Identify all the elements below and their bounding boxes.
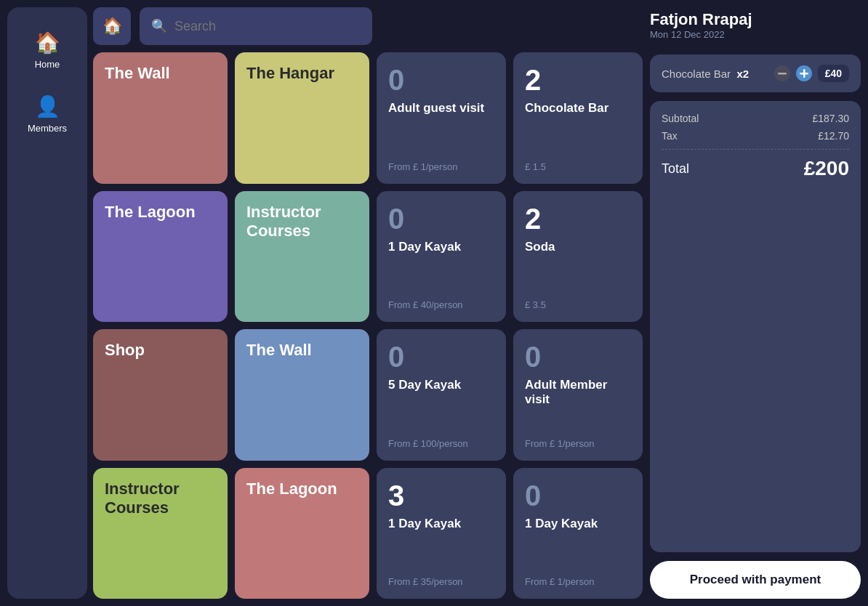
product-name-chocolate-bar: Chocolate Bar <box>525 101 631 116</box>
subtotal-row: Subtotal £187.30 <box>662 113 849 124</box>
right-panel: Fatjon Rrapaj Mon 12 Dec 2022 Chocolate … <box>650 0 868 606</box>
product-price-1day-kayak-1: From £ 40/person <box>388 299 494 310</box>
product-soda[interactable]: 2 Soda £ 3.5 <box>513 191 643 323</box>
product-price-1day-kayak-3: From £ 1/person <box>525 576 631 587</box>
search-input[interactable] <box>174 19 361 34</box>
product-count-chocolate-bar: 2 <box>525 64 631 97</box>
sidebar-item-home[interactable]: 🏠 Home <box>7 22 87 78</box>
user-info: Fatjon Rrapaj Mon 12 Dec 2022 <box>650 7 861 46</box>
product-price-adult-guest: From £ 1/person <box>388 161 494 172</box>
user-name: Fatjon Rrapaj <box>650 10 861 29</box>
subtotal-value: £187.30 <box>812 113 849 124</box>
product-name-adult-member: Adult Member visit <box>525 378 631 407</box>
cart-item-name: Chocolate Bar x2 <box>662 68 768 80</box>
product-price-adult-member: From £ 1/person <box>525 438 631 449</box>
total-row: Total £200 <box>662 157 849 180</box>
product-1day-kayak-3[interactable]: 0 1 Day Kayak From £ 1/person <box>513 468 643 599</box>
home-icon: 🏠 <box>35 31 60 54</box>
tax-value: £12.70 <box>818 130 849 142</box>
product-name-1day-kayak-1: 1 Day Kayak <box>388 240 494 254</box>
product-chocolate-bar[interactable]: 2 Chocolate Bar £ 1.5 <box>513 52 643 184</box>
content-area: The Wall The Hangar The Lagoon Instructo… <box>93 52 643 599</box>
product-count-1day-kayak-3: 0 <box>525 480 631 512</box>
payment-button[interactable]: Proceed with payment <box>650 561 861 599</box>
svg-rect-4 <box>803 69 805 78</box>
svg-rect-1 <box>778 73 787 75</box>
tax-label: Tax <box>662 130 678 142</box>
search-bar-container[interactable]: 🔍 <box>140 7 372 45</box>
sidebar-item-members[interactable]: 👤 Members <box>7 86 87 142</box>
header: 🏠 🔍 <box>93 7 643 45</box>
tile-wall-1[interactable]: The Wall <box>93 52 228 184</box>
product-price-chocolate-bar: £ 1.5 <box>525 161 631 172</box>
product-price-5day-kayak: From £ 100/person <box>388 438 494 449</box>
product-adult-guest[interactable]: 0 Adult guest visit From £ 1/person <box>377 52 506 184</box>
product-name-1day-kayak-2: 1 Day Kayak <box>388 517 494 531</box>
search-icon: 🔍 <box>151 18 167 34</box>
tile-lagoon-2[interactable]: The Lagoon <box>235 468 369 599</box>
product-name-adult-guest: Adult guest visit <box>388 101 494 116</box>
tile-lagoon-1[interactable]: The Lagoon <box>93 191 228 323</box>
cart-price: £40 <box>818 65 849 82</box>
sidebar-members-label: Members <box>28 123 67 134</box>
product-count-5day-kayak: 0 <box>388 341 494 373</box>
product-name-1day-kayak-3: 1 Day Kayak <box>525 517 631 531</box>
product-count-soda: 2 <box>525 203 631 235</box>
product-count-1day-kayak-1: 0 <box>388 203 494 235</box>
product-5day-kayak[interactable]: 0 5 Day Kayak From £ 100/person <box>377 329 506 461</box>
main-content: 🏠 🔍 The Wall The Hangar The Lagoon Instr… <box>93 0 650 606</box>
cart-minus-button[interactable] <box>774 65 790 81</box>
total-label: Total <box>662 161 689 177</box>
tiles-grid: The Wall The Hangar The Lagoon Instructo… <box>93 52 369 599</box>
tile-instructor-1[interactable]: Instructor Courses <box>235 191 369 323</box>
product-count-adult-guest: 0 <box>388 64 494 97</box>
subtotal-label: Subtotal <box>662 113 699 124</box>
cart-plus-button[interactable] <box>796 65 812 81</box>
sidebar: 🏠 Home 👤 Members <box>7 7 87 599</box>
products-grid: 0 Adult guest visit From £ 1/person 2 Ch… <box>377 52 643 599</box>
sidebar-home-label: Home <box>35 59 60 70</box>
product-name-5day-kayak: 5 Day Kayak <box>388 378 494 392</box>
product-1day-kayak-2[interactable]: 3 1 Day Kayak From £ 35/person <box>377 468 506 599</box>
user-date: Mon 12 Dec 2022 <box>650 29 861 40</box>
tile-instructor-2[interactable]: Instructor Courses <box>93 468 228 599</box>
product-1day-kayak-1[interactable]: 0 1 Day Kayak From £ 40/person <box>377 191 506 323</box>
product-name-soda: Soda <box>525 240 631 254</box>
product-price-1day-kayak-2: From £ 35/person <box>388 576 494 587</box>
product-count-adult-member: 0 <box>525 341 631 373</box>
tile-hangar[interactable]: The Hangar <box>235 52 369 184</box>
order-summary: Subtotal £187.30 Tax £12.70 Total £200 <box>650 101 861 552</box>
summary-divider <box>662 149 849 150</box>
home-button[interactable]: 🏠 <box>93 7 131 45</box>
total-value: £200 <box>804 157 849 180</box>
product-count-1day-kayak-2: 3 <box>388 480 494 512</box>
tax-row: Tax £12.70 <box>662 130 849 142</box>
product-price-soda: £ 3.5 <box>525 299 631 310</box>
members-icon: 👤 <box>35 94 60 118</box>
product-adult-member[interactable]: 0 Adult Member visit From £ 1/person <box>513 329 643 461</box>
tile-shop[interactable]: Shop <box>93 329 228 461</box>
cart-item-chocolate-bar: Chocolate Bar x2 £40 <box>650 54 861 92</box>
tile-wall-2[interactable]: The Wall <box>235 329 369 461</box>
